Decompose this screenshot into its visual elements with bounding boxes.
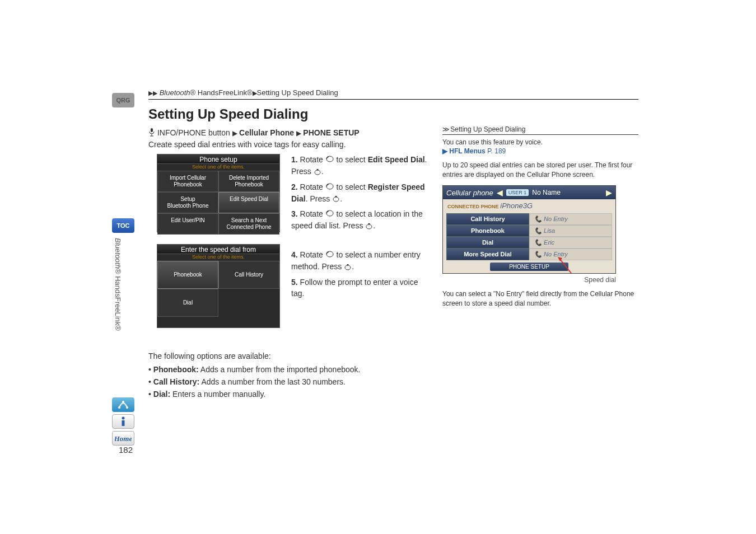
svg-point-2 <box>122 401 124 403</box>
step-text: to select <box>334 155 368 164</box>
rotate-knob-icon <box>325 250 334 261</box>
speed-dial-label: Speed dial <box>442 276 616 284</box>
step-3: 3. Rotate to select a location in the sp… <box>291 208 431 232</box>
step-1: 1. Rotate to select Edit Speed Dial. Pre… <box>291 154 431 178</box>
cellular-phone-screenshot: Cellular phone ◀ USER 1 No Name ▶ CONNEC… <box>442 185 616 274</box>
entry-text: Lisa <box>544 227 555 234</box>
tab-qrg[interactable]: QRG <box>112 93 134 107</box>
svg-rect-6 <box>151 128 153 132</box>
tab-settings-icon[interactable] <box>112 397 134 412</box>
no-name-text: No Name <box>532 189 561 196</box>
svg-rect-4 <box>122 420 125 426</box>
menu-phonebook: Phonebook <box>446 225 529 237</box>
nav-prefix: INFO/PHONE button <box>157 128 230 137</box>
connected-badge: CONNECTED PHONE <box>447 204 499 209</box>
svg-point-0 <box>118 406 120 409</box>
svg-point-1 <box>126 406 128 409</box>
svg-point-3 <box>122 417 125 420</box>
triangle-icon: ▶ <box>253 90 257 97</box>
shot-title: Enter the speed dial from <box>157 245 279 254</box>
sidebar-heading: ≫ Setting Up Speed Dialing <box>442 125 638 135</box>
menu-call-history: Call History <box>446 213 529 225</box>
svg-point-9 <box>315 170 320 175</box>
breadcrumb-seg1-italic: Bluetooth <box>160 88 190 97</box>
sidebar-note: Up to 20 speed dial entries can be store… <box>442 161 638 180</box>
page-number: 182 <box>119 445 133 455</box>
step-text: Follow the prompt to enter a voice tag. <box>291 278 418 298</box>
triangle-icon: ▶▶ <box>148 90 157 97</box>
steps-4-5: 4. Rotate to select a number entry metho… <box>291 249 431 302</box>
nav-seg1: Cellular Phone <box>239 128 294 137</box>
side-label-italic: Bluetooth <box>114 238 122 269</box>
shot-subtitle: Select one of the items. <box>157 164 279 171</box>
arrow-icon <box>554 254 577 276</box>
link-page: P. 189 <box>486 147 506 155</box>
menu-delete-imported: Delete ImportedPhonebook <box>218 171 279 192</box>
page-title: Setting Up Speed Dialing <box>148 106 308 122</box>
shot-grid: Import CellularPhonebook Delete Imported… <box>157 171 279 235</box>
step-text: . <box>340 194 342 203</box>
entry-text: No Entry <box>544 216 568 222</box>
side-label-rest: ® HandsFreeLink® <box>114 269 122 331</box>
menu-edit-speed-dial: Edit Speed Dial <box>218 192 279 213</box>
steps-1-3: 1. Rotate to select Edit Speed Dial. Pre… <box>291 154 431 236</box>
tab-info-icon[interactable] <box>112 414 134 429</box>
svg-point-18 <box>345 265 351 270</box>
link-label: HFL Menus <box>449 147 485 155</box>
sidebar-note: You can use this feature by voice. <box>442 138 638 146</box>
triangle-left-icon: ◀ <box>497 188 503 197</box>
triangle-icon: ▶ <box>296 129 303 137</box>
connected-phone-row: CONNECTED PHONE iPhone3G <box>443 199 615 212</box>
nav-path: INFO/PHONE button ▶ Cellular Phone ▶ PHO… <box>148 128 360 138</box>
option-text: Adds a number from the imported phoneboo… <box>199 365 361 374</box>
speed-dial-2: 📞 Lisa <box>529 225 612 237</box>
options-intro: The following options are available: <box>148 352 271 360</box>
option-call-history: Call History: Adds a number from the las… <box>148 377 360 386</box>
press-knob-icon <box>332 194 340 205</box>
step-text: . Press <box>306 194 332 203</box>
menu-empty <box>218 289 279 317</box>
chevrons-icon: ≫ <box>442 125 449 133</box>
cel-titlebar: Cellular phone ◀ USER 1 No Name ▶ <box>443 186 615 199</box>
press-knob-icon <box>365 221 373 232</box>
breadcrumb: ▶▶ Bluetooth® HandsFreeLink®▶Setting Up … <box>148 88 638 100</box>
options-list: Phonebook: Adds a number from the import… <box>148 365 360 402</box>
triangle-icon: ▶ <box>232 129 239 137</box>
entry-text: Eric <box>544 239 554 246</box>
svg-line-19 <box>560 259 571 273</box>
shot-title: Phone setup <box>157 154 279 164</box>
section-side-label: Bluetooth® HandsFreeLink® <box>114 238 122 395</box>
shot-subtitle: Select one of the items. <box>157 254 279 261</box>
menu-phonebook: Phonebook <box>157 261 218 289</box>
step-text: Rotate <box>298 250 325 259</box>
option-label: Dial: <box>153 390 170 399</box>
enter-speed-dial-screenshot: Enter the speed dial from Select one of … <box>157 244 280 328</box>
sidebar-link[interactable]: ▶ HFL Menus P. 189 <box>442 147 638 155</box>
step-text: . <box>321 167 324 176</box>
menu-import-cellular: Import CellularPhonebook <box>157 171 218 192</box>
press-knob-icon <box>344 262 352 273</box>
triangle-right-icon: ▶ <box>606 188 612 197</box>
step-num: 4. <box>291 250 298 259</box>
cel-body: Call History 📞 No Entry Phonebook 📞 Lisa… <box>443 212 615 261</box>
step-bold: Edit Speed Dial <box>368 155 425 164</box>
step-5: 5. Follow the prompt to enter a voice ta… <box>291 277 431 299</box>
mic-icon <box>148 128 155 138</box>
tab-home-icon[interactable]: Home <box>112 431 134 446</box>
sidebar-head-text: Setting Up Speed Dialing <box>450 125 525 133</box>
svg-text:Home: Home <box>115 434 132 443</box>
intro-text: Create speed dial entries with voice tag… <box>148 140 346 149</box>
step-num: 3. <box>291 209 298 218</box>
link-arrow-icon: ▶ <box>442 147 447 155</box>
step-text: . <box>373 221 375 230</box>
speed-dial-1: 📞 No Entry <box>529 213 612 225</box>
tab-toc[interactable]: TOC <box>112 218 134 233</box>
cel-title: Cellular phone <box>446 189 493 197</box>
menu-edit-user-pin: Edit User/PIN <box>157 213 218 235</box>
breadcrumb-seg2: Setting Up Speed Dialing <box>257 88 338 97</box>
nav-seg2: PHONE SETUP <box>303 128 359 137</box>
option-label: Call History: <box>153 377 199 386</box>
menu-search-next: Search a NextConnected Phone <box>218 213 279 235</box>
menu-call-history: Call History <box>218 261 279 289</box>
option-label: Phonebook: <box>153 365 199 374</box>
